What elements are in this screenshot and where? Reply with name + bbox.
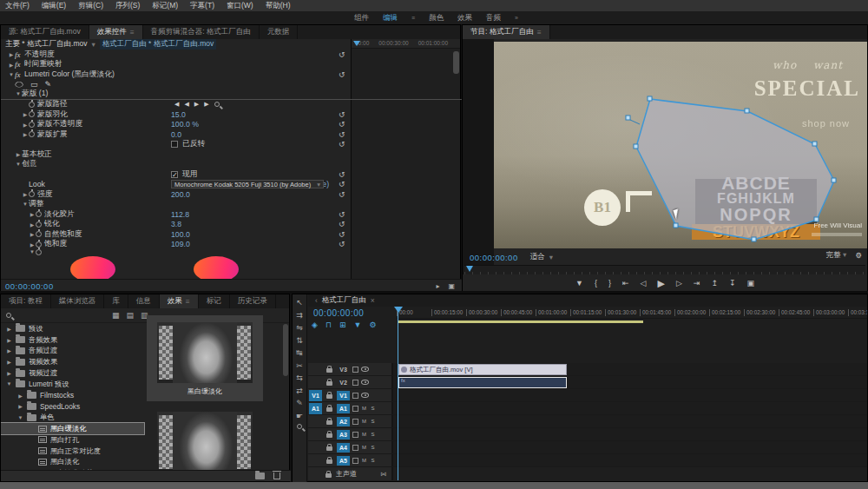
- workspace-tab-音频[interactable]: 音频: [486, 13, 501, 23]
- workspace-tab-组件[interactable]: 组件: [354, 13, 369, 23]
- previous-keyframe-icon[interactable]: ◀: [174, 101, 179, 108]
- twirl-icon[interactable]: ▶: [17, 393, 23, 399]
- chevron-down-icon[interactable]: ▾: [91, 40, 95, 49]
- stopwatch-icon[interactable]: [29, 102, 35, 108]
- track-name[interactable]: A3: [337, 430, 350, 439]
- lock-icon[interactable]: [326, 459, 332, 464]
- tab-历史记录[interactable]: 历史记录: [230, 294, 276, 308]
- shadow-tint-wheel[interactable]: [70, 256, 115, 281]
- program-timecode[interactable]: 00:00:00:00: [470, 253, 518, 262]
- timeline-playhead[interactable]: [394, 307, 403, 313]
- param-value[interactable]: 100.0: [171, 230, 190, 239]
- source-patch[interactable]: [309, 442, 322, 453]
- tab-效果控件[interactable]: 效果控件≡: [89, 25, 143, 39]
- playback-resolution-select[interactable]: 完整 ▾: [826, 250, 847, 261]
- solo-button[interactable]: S: [370, 458, 376, 463]
- add-marker-icon[interactable]: ▼: [354, 320, 362, 329]
- reset-icon[interactable]: ↺: [339, 120, 345, 129]
- mute-button[interactable]: M: [361, 432, 367, 437]
- tool-ripple-edit[interactable]: ⇋: [296, 323, 303, 332]
- mute-button[interactable]: M: [361, 458, 367, 463]
- reset-icon[interactable]: ↺: [339, 220, 345, 228]
- tab-库[interactable]: 库: [104, 294, 128, 308]
- lock-icon[interactable]: [326, 381, 332, 386]
- panel-menu-icon[interactable]: ≡: [537, 28, 542, 36]
- track-header-A3[interactable]: A3MS: [308, 428, 393, 440]
- next-keyframe-icon[interactable]: ▶: [194, 101, 199, 108]
- reset-icon[interactable]: ↺: [339, 190, 345, 199]
- tool-razor[interactable]: ✂: [296, 361, 303, 370]
- track-lane[interactable]: [393, 441, 867, 453]
- add-marker-button[interactable]: ▼: [575, 279, 583, 287]
- track-lane[interactable]: [393, 389, 867, 401]
- param-value[interactable]: 3.8: [171, 220, 181, 228]
- sync-lock-icon[interactable]: [352, 393, 358, 399]
- twirl-icon[interactable]: ▶: [8, 62, 15, 68]
- reset-icon[interactable]: ↺: [339, 170, 345, 179]
- reset-icon[interactable]: ↺: [339, 240, 345, 248]
- rect-mask-icon[interactable]: ▭: [30, 80, 38, 89]
- settings-wrench-icon[interactable]: ⚙: [855, 251, 862, 260]
- source-patch[interactable]: [309, 364, 322, 375]
- reset-icon[interactable]: ↺: [339, 230, 345, 239]
- twirl-icon[interactable]: ▼: [6, 381, 12, 387]
- tool-rolling-edit[interactable]: ⇅: [296, 336, 303, 345]
- keyframe-playhead[interactable]: [353, 41, 360, 46]
- zoom-level-select[interactable]: 适合▾: [530, 252, 553, 262]
- twirl-icon[interactable]: ▼: [17, 415, 23, 420]
- tab-元数据[interactable]: 元数据: [260, 25, 299, 39]
- sync-lock-icon[interactable]: [352, 406, 358, 412]
- menu-item[interactable]: 文件(F): [5, 1, 30, 11]
- keyframe-ruler[interactable]: 00:0000:00:30:0000:01:00:00: [352, 39, 460, 49]
- solo-button[interactable]: S: [370, 432, 376, 437]
- sync-lock-icon[interactable]: [352, 458, 358, 464]
- twirl-icon[interactable]: ▶: [6, 359, 12, 365]
- param-value[interactable]: 112.8: [171, 210, 189, 219]
- timeline-ruler[interactable]: 00:0000:00:15:0000:00:30:0000:00:45:0000…: [397, 307, 867, 319]
- twirl-icon[interactable]: ▶: [22, 111, 29, 117]
- track-header-A1[interactable]: A1A1MS: [308, 402, 393, 414]
- twirl-icon[interactable]: ▶: [8, 51, 15, 57]
- track-output-eye-icon[interactable]: [361, 380, 369, 385]
- master-clip-label[interactable]: 主要 * 格式工厂自由.mov: [5, 39, 87, 50]
- twirl-icon[interactable]: ▶: [6, 326, 12, 332]
- sync-lock-icon[interactable]: [352, 419, 358, 425]
- lift-button[interactable]: ↥: [711, 279, 718, 287]
- highlight-tint-wheel[interactable]: [194, 256, 239, 281]
- menu-item[interactable]: 窗口(W): [227, 1, 253, 11]
- track-lane[interactable]: [393, 428, 867, 440]
- audio-clip[interactable]: fx: [398, 377, 567, 388]
- linked-selection-icon[interactable]: ⊞: [339, 320, 346, 329]
- stopwatch-icon[interactable]: [29, 191, 35, 197]
- track-output-eye-icon[interactable]: [361, 367, 369, 372]
- tab-效果[interactable]: 效果≡: [160, 294, 199, 308]
- twirl-icon[interactable]: ▶: [29, 211, 36, 217]
- effects-scrollbar[interactable]: [283, 324, 288, 376]
- next-keyframe-icon[interactable]: ▶: [204, 101, 208, 108]
- sync-lock-icon[interactable]: [352, 367, 358, 373]
- reset-icon[interactable]: ↺: [339, 50, 345, 59]
- track-lane[interactable]: [393, 402, 867, 414]
- source-patch[interactable]: V1: [309, 390, 322, 401]
- lock-icon[interactable]: [326, 368, 332, 373]
- lock-icon[interactable]: [326, 420, 332, 425]
- stopwatch-icon[interactable]: [36, 221, 42, 228]
- fit-icon[interactable]: ⋈: [380, 471, 386, 478]
- track-name[interactable]: A1: [337, 404, 350, 413]
- twirl-icon[interactable]: ▶: [15, 151, 22, 157]
- stopwatch-icon[interactable]: [29, 131, 35, 137]
- source-patch[interactable]: [309, 416, 322, 427]
- twirl-icon[interactable]: ▶: [29, 241, 36, 248]
- track-header-A5[interactable]: A5MS: [308, 454, 393, 466]
- track-name[interactable]: A2: [337, 417, 350, 426]
- play-around-icon[interactable]: ▸: [436, 282, 439, 290]
- zoom-mask-icon[interactable]: [214, 102, 220, 107]
- solo-button[interactable]: S: [370, 406, 376, 411]
- track-output-eye-icon[interactable]: [361, 393, 369, 398]
- tool-zoom[interactable]: [297, 424, 302, 429]
- tool-slide[interactable]: ⇄: [296, 387, 303, 395]
- 32bit-effects-icon[interactable]: ▤: [127, 311, 135, 320]
- stopwatch-icon[interactable]: [29, 111, 35, 117]
- program-monitor-tab[interactable]: 节目: 格式工厂自由≡: [463, 25, 550, 39]
- preset-preview-card[interactable]: 黑白缓淡化: [147, 315, 263, 401]
